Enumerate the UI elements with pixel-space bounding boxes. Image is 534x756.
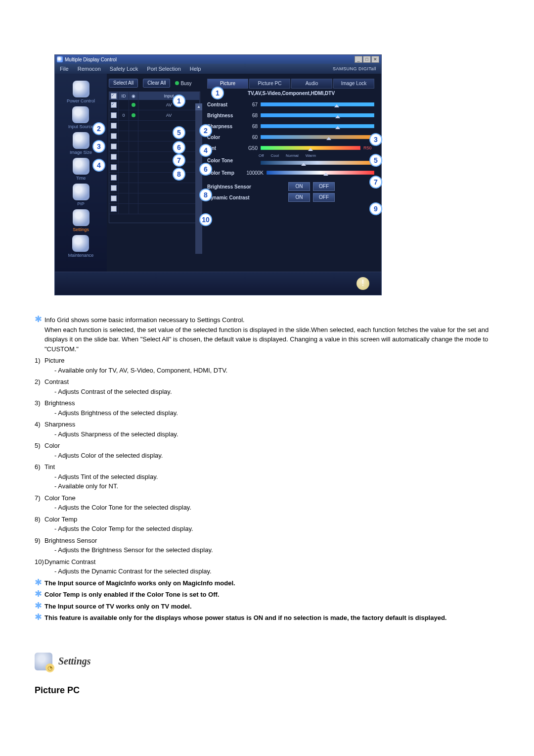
callout-8-list: 8 <box>173 168 185 181</box>
row-id <box>119 152 129 162</box>
row-checkbox[interactable] <box>111 143 117 149</box>
list-pane: Select All Clear All Busy ID ◉ Input AV0… <box>107 74 202 272</box>
color-slider[interactable] <box>261 135 374 139</box>
sidebar-item-label: Settings <box>73 227 89 232</box>
menu-remocon[interactable]: Remocon <box>78 66 101 72</box>
sidebar-item-time[interactable]: Time <box>73 158 89 181</box>
dynamic-contrast-on-button[interactable]: ON <box>288 193 310 202</box>
row-checkbox[interactable] <box>111 206 117 212</box>
note-6-sub2: - Available only for NT. <box>44 481 504 491</box>
menu-port-selection[interactable]: Port Selection <box>147 66 180 72</box>
callout-5-color: 5 <box>369 154 382 167</box>
table-row[interactable] <box>109 193 200 204</box>
sidebar-item-image-size[interactable]: Image Size <box>70 132 92 155</box>
tint-slider[interactable] <box>261 146 360 150</box>
color-label: Color <box>207 135 242 140</box>
table-row[interactable] <box>109 152 200 162</box>
row-checkbox[interactable] <box>111 175 117 181</box>
sidebar-item-settings[interactable]: Settings <box>73 209 89 232</box>
brightness-sensor-on-button[interactable]: ON <box>288 182 310 191</box>
row-checkbox[interactable] <box>111 195 117 201</box>
color-temp-label: Color Temp <box>207 170 242 176</box>
note-5-sub: - Adjusts Color of the selected display. <box>44 451 504 461</box>
tone-normal: Normal <box>286 153 299 158</box>
header-checkbox[interactable] <box>111 93 117 99</box>
note-10-sub: - Adjusts the Dynamic Contrast for the s… <box>44 567 504 576</box>
tint-label: Tint <box>207 145 242 151</box>
row-checkbox[interactable] <box>111 154 117 160</box>
tab-audio[interactable]: Audio <box>291 79 332 89</box>
note-2-sub: - Adjusts Contrast of the selected displ… <box>44 387 504 397</box>
tab-picture[interactable]: Picture <box>207 79 248 89</box>
window-maximize-button[interactable]: □ <box>363 56 371 63</box>
input-source-icon <box>72 106 89 123</box>
note-number: 8) <box>35 515 44 534</box>
callout-4-sharpness: 4 <box>199 144 212 157</box>
sidebar-item-power-control[interactable]: Power Control <box>67 81 95 103</box>
note-star-2: Color Temp is only enabled if the Color … <box>44 590 504 600</box>
tone-cool: Cool <box>271 153 279 158</box>
table-row[interactable] <box>109 204 200 214</box>
warning-icon: ! <box>356 277 369 290</box>
row-checkbox[interactable] <box>111 112 117 118</box>
table-row[interactable] <box>109 183 200 193</box>
scroll-up-icon[interactable]: ▲ <box>195 103 202 110</box>
note-6-title: Tint <box>44 463 55 471</box>
window-minimize-button[interactable]: _ <box>355 56 362 63</box>
color-tone-slider[interactable] <box>261 161 374 165</box>
row-input: AV <box>138 110 200 120</box>
callout-3-sidebar: 3 <box>92 140 105 153</box>
menu-file[interactable]: File <box>60 66 69 72</box>
tab-image-lock[interactable]: Image Lock <box>333 79 374 89</box>
table-row[interactable] <box>109 131 200 142</box>
row-checkbox[interactable] <box>111 102 117 108</box>
table-row[interactable] <box>109 142 200 152</box>
callout-5-list: 5 <box>173 126 185 139</box>
color-row: Color 60 <box>207 132 375 142</box>
grid-header-id: ID <box>119 92 129 100</box>
menu-help[interactable]: Help <box>190 66 201 72</box>
row-id <box>119 193 129 203</box>
row-input <box>138 193 200 203</box>
row-checkbox[interactable] <box>111 133 117 139</box>
contrast-label: Contrast <box>207 102 242 107</box>
menu-safety-lock[interactable]: Safety Lock <box>110 66 138 72</box>
clear-all-button[interactable]: Clear All <box>143 79 170 88</box>
contrast-slider[interactable] <box>261 102 374 106</box>
row-checkbox[interactable] <box>111 185 117 191</box>
window-close-button[interactable]: ✕ <box>371 56 379 63</box>
table-row[interactable]: AV <box>109 100 200 110</box>
brightness-slider[interactable] <box>261 113 374 117</box>
table-row[interactable] <box>109 173 200 183</box>
brightness-sensor-off-button[interactable]: OFF <box>313 182 335 191</box>
callout-6-list: 6 <box>173 141 185 154</box>
row-id <box>119 131 129 141</box>
dynamic-contrast-off-button[interactable]: OFF <box>313 193 335 202</box>
sidebar-item-label: Input Source <box>68 124 93 129</box>
callout-7-list: 7 <box>173 154 185 167</box>
sidebar-item-input-source[interactable]: Input Source <box>68 106 93 129</box>
row-checkbox[interactable] <box>111 123 117 129</box>
row-id <box>119 162 129 172</box>
table-row[interactable] <box>109 121 200 131</box>
select-all-button[interactable]: Select All <box>109 79 138 88</box>
callout-10-dynamic-contrast: 10 <box>199 213 212 226</box>
brightness-row: Brightness 68 <box>207 110 375 121</box>
row-input: AV <box>138 100 200 110</box>
note-3-sub: - Adjusts Brightness of the selected dis… <box>44 408 504 418</box>
busy-dot-icon <box>175 81 179 85</box>
note-number: 7) <box>35 493 44 513</box>
color-temp-value: 10000K <box>244 170 264 176</box>
row-checkbox[interactable] <box>111 164 117 170</box>
image-size-icon <box>73 132 89 149</box>
tab-picture-pc[interactable]: Picture PC <box>249 79 290 89</box>
settings-panel: Picture Picture PC Audio Image Lock TV,A… <box>202 74 381 272</box>
table-row[interactable] <box>109 162 200 173</box>
sidebar-item-pip[interactable]: PIP <box>73 184 89 206</box>
sharpness-slider[interactable] <box>261 124 374 128</box>
sidebar-item-maintenance[interactable]: Maintenance <box>68 235 94 258</box>
brightness-value: 68 <box>244 113 258 118</box>
table-row[interactable]: 0AV <box>109 110 200 121</box>
sidebar-item-label: Time <box>76 176 86 181</box>
color-temp-slider[interactable] <box>267 171 374 175</box>
